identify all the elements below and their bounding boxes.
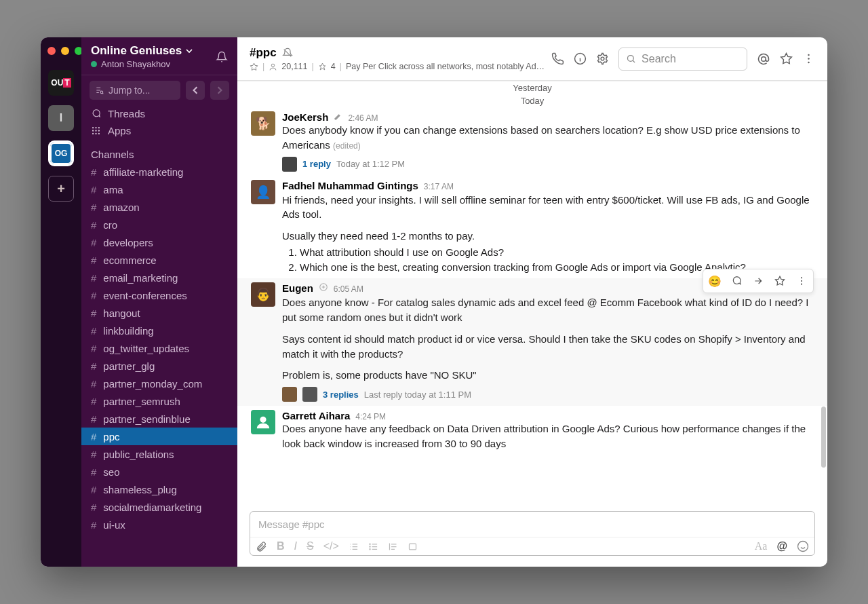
notifications-icon[interactable] — [216, 51, 228, 63]
message-time: 3:17 AM — [424, 182, 454, 191]
channel-item-partner_semrush[interactable]: #partner_semrush — [81, 392, 237, 410]
mentions-icon[interactable] — [757, 52, 770, 66]
thread-summary[interactable]: 3 replies Last reply today at 1:11 PM — [282, 387, 814, 402]
code-icon[interactable]: </> — [323, 540, 339, 552]
scrollbar[interactable] — [821, 407, 826, 468]
channel-item-developers[interactable]: #developers — [81, 233, 237, 251]
hash-icon: # — [91, 413, 96, 425]
star-icon[interactable] — [250, 62, 258, 71]
avatar[interactable]: 👤 — [251, 180, 275, 204]
channel-item-og_twitter_updates[interactable]: #og_twitter_updates — [81, 339, 237, 357]
channel-item-ui-ux[interactable]: #ui-ux — [81, 516, 237, 533]
channel-item-ppc[interactable]: #ppc — [81, 428, 237, 445]
hash-icon: # — [91, 484, 96, 495]
star-channel-icon[interactable] — [780, 52, 793, 65]
svg-point-18 — [801, 278, 802, 279]
hash-icon: # — [91, 519, 96, 531]
minimize-window[interactable] — [61, 47, 69, 55]
reply-thread-icon[interactable] — [726, 271, 747, 291]
channel-item-socialmediamarketing[interactable]: #socialmediamarketing — [81, 498, 237, 516]
more-actions-icon[interactable] — [791, 271, 812, 291]
italic-icon[interactable]: I — [294, 540, 297, 552]
apps-link[interactable]: Apps — [81, 122, 237, 139]
message[interactable]: 👤 Fadhel Muhammad Gintings 3:17 AM Hi fr… — [237, 176, 827, 279]
history-back-button[interactable] — [186, 81, 205, 100]
channel-item-seo[interactable]: #seo — [81, 463, 237, 480]
close-window[interactable] — [47, 47, 56, 55]
message[interactable]: 😊 👨 Eugen 6:05 AM Does anyone know - For… — [237, 278, 827, 406]
channel-item-linkbuilding[interactable]: #linkbuilding — [81, 322, 237, 339]
jump-to-input[interactable]: Jump to... — [90, 81, 180, 100]
workspace-switch-og[interactable]: OG — [48, 140, 74, 166]
channel-item-cro[interactable]: #cro — [81, 216, 237, 233]
hash-icon: # — [91, 307, 96, 319]
avatar[interactable]: 👨 — [251, 282, 275, 307]
avatar[interactable] — [251, 410, 275, 434]
add-workspace-button[interactable]: + — [48, 176, 74, 202]
date-divider: Yesterday — [237, 81, 827, 94]
channel-title[interactable]: #ppc — [250, 46, 277, 60]
message-input[interactable]: Message #ppc — [250, 512, 814, 537]
message-author[interactable]: JoeKersh — [282, 111, 328, 123]
codeblock-icon[interactable] — [408, 542, 418, 552]
quote-icon[interactable] — [388, 542, 398, 552]
save-icon[interactable] — [770, 271, 790, 291]
channel-item-partner_glg[interactable]: #partner_glg — [81, 357, 237, 375]
channel-item-partner_monday_com[interactable]: #partner_monday_com — [81, 375, 237, 392]
history-forward-button[interactable] — [210, 81, 229, 100]
call-icon[interactable] — [551, 52, 564, 65]
share-icon[interactable] — [748, 271, 768, 291]
thread-summary[interactable]: 1 reply Today at 1:12 PM — [282, 157, 814, 172]
bullet-list-icon[interactable] — [368, 542, 378, 552]
more-icon[interactable] — [802, 52, 815, 65]
mute-icon[interactable] — [282, 48, 293, 58]
channel-item-ecommerce[interactable]: #ecommerce — [81, 251, 237, 269]
channel-item-event-conferences[interactable]: #event-conferences — [81, 286, 237, 304]
search-input[interactable]: Search — [618, 48, 747, 71]
channel-item-email_marketing[interactable]: #email_marketing — [81, 269, 237, 286]
formatting-toggle-icon[interactable]: Aa — [755, 540, 768, 552]
svg-point-4 — [93, 130, 94, 131]
svg-point-25 — [370, 548, 370, 549]
svg-point-16 — [808, 58, 810, 60]
message[interactable]: Garrett Aihara 4:24 PM Does anyone have … — [237, 406, 827, 455]
add-reaction-icon[interactable]: 😊 — [705, 271, 725, 291]
attach-icon[interactable] — [256, 541, 267, 552]
member-count[interactable]: 20,111 — [281, 62, 307, 71]
hash-icon: # — [91, 502, 96, 513]
message[interactable]: 🐕 JoeKersh 2:46 AM Does anybody know if … — [237, 107, 827, 176]
channel-item-shameless_plug[interactable]: #shameless_plug — [81, 480, 237, 498]
ordered-list-icon[interactable] — [349, 542, 359, 552]
pin-count[interactable]: 4 — [331, 62, 336, 71]
channels-section-label[interactable]: Channels — [81, 139, 237, 163]
composer: Message #ppc B I S </> Aa @ — [237, 511, 827, 567]
avatar[interactable]: 🐕 — [251, 111, 275, 136]
message-author[interactable]: Garrett Aihara — [282, 410, 350, 421]
main-pane: #ppc | 20,111 | 4 | Pay Per Click across… — [237, 37, 827, 567]
svg-point-6 — [98, 130, 99, 131]
svg-point-13 — [628, 56, 634, 62]
bold-icon[interactable]: B — [277, 540, 285, 552]
strike-icon[interactable]: S — [307, 540, 314, 552]
emoji-icon[interactable] — [797, 540, 809, 552]
channel-item-amazon[interactable]: #amazon — [81, 198, 237, 216]
channel-item-ama[interactable]: #ama — [81, 181, 237, 198]
message-author[interactable]: Fadhel Muhammad Gintings — [282, 180, 418, 191]
info-icon[interactable] — [574, 52, 587, 65]
mention-icon[interactable]: @ — [776, 540, 787, 552]
channel-item-hangout[interactable]: #hangout — [81, 304, 237, 322]
channel-topic[interactable]: Pay Per Click across all networks, most … — [346, 62, 545, 71]
sidebar-header[interactable]: Online Geniuses Anton Shayakhov — [81, 37, 237, 75]
settings-icon[interactable] — [596, 52, 609, 65]
channel-item-public_relations[interactable]: #public_relations — [81, 445, 237, 463]
workspace-switch-i[interactable]: I — [48, 105, 74, 131]
workspace-switch-out[interactable]: OUT — [48, 70, 74, 96]
workspace-name: Online Geniuses — [91, 44, 193, 58]
pencil-icon — [334, 112, 342, 121]
channel-item-affiliate-marketing[interactable]: #affiliate-marketing — [81, 163, 237, 181]
message-author[interactable]: Eugen — [282, 282, 313, 294]
list-search-icon — [95, 86, 104, 95]
channel-item-partner_sendinblue[interactable]: #partner_sendinblue — [81, 410, 237, 428]
hash-icon: # — [91, 343, 96, 354]
threads-link[interactable]: Threads — [81, 105, 237, 122]
